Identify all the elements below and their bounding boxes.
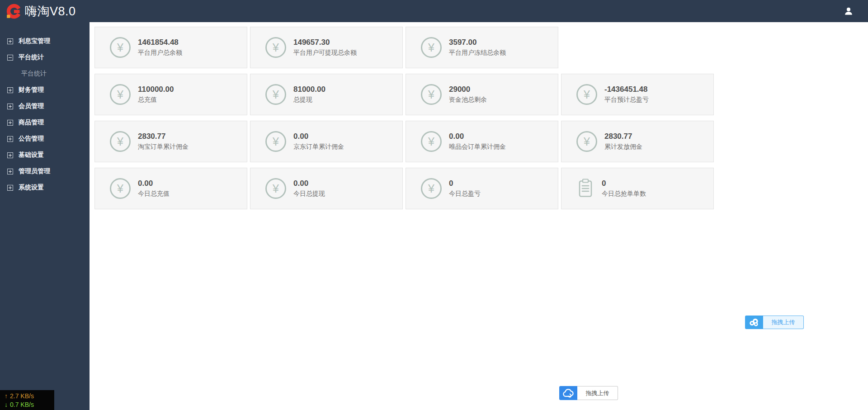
yuan-icon: ¥ [265,84,286,105]
app-title: 嗨淘V8.0 [25,3,76,19]
yuan-symbol: ¥ [273,183,279,194]
stat-value: 0.00 [449,132,506,141]
stat-card: ¥ 0今日总盈亏 [406,168,558,209]
yuan-symbol: ¥ [117,136,123,147]
clipboard-icon [576,178,594,199]
stat-row-3: ¥ 2830.77淘宝订单累计佣金 ¥ 0.00京东订单累计佣金 ¥ 0.00唯… [94,121,714,162]
expand-plus-icon[interactable] [7,136,13,142]
collapse-minus-icon[interactable] [7,55,13,61]
yuan-icon: ¥ [110,37,131,58]
yuan-icon: ¥ [265,178,286,199]
sidebar-item-lixibao[interactable]: 利息宝管理 [0,33,90,49]
stat-card: ¥ 110000.00总充值 [94,74,247,115]
stat-label: 资金池总剩余 [449,96,487,104]
yuan-icon: ¥ [576,84,597,105]
netdisk-cloud-icon [745,316,763,329]
yuan-symbol: ¥ [273,42,279,53]
sidebar-item-label: 系统设置 [19,184,44,192]
stat-card: ¥ 81000.00总提现 [250,74,403,115]
expand-plus-icon[interactable] [7,169,13,174]
yuan-icon: ¥ [110,178,131,199]
stat-card: ¥ 0.00京东订单累计佣金 [250,121,403,162]
stat-label: 今日总提现 [293,190,325,198]
upload-speed: 2.7 KB/s [10,392,34,400]
yuan-symbol: ¥ [117,183,123,194]
yuan-icon: ¥ [576,131,597,152]
stat-card: ¥ 29000资金池总剩余 [406,74,558,115]
sidebar-item-finance[interactable]: 财务管理 [0,82,90,98]
stat-label: 累计发放佣金 [604,143,642,151]
app-logo: 嗨淘V8.0 [5,3,76,19]
sidebar-item-notices[interactable]: 公告管理 [0,131,90,147]
sidebar-item-label: 基础设置 [19,151,44,159]
yuan-symbol: ¥ [584,89,590,100]
stat-value: 149657.30 [293,38,357,47]
sidebar-item-label: 利息宝管理 [19,37,50,45]
stat-value: -1436451.48 [604,85,649,94]
stat-card: ¥ 2830.77淘宝订单累计佣金 [94,121,247,162]
expand-plus-icon[interactable] [7,120,13,126]
sidebar-item-goods[interactable]: 商品管理 [0,114,90,131]
stat-label: 京东订单累计佣金 [293,143,344,151]
expand-plus-icon[interactable] [7,87,13,93]
stat-row-1: ¥ 1461854.48平台用户总余额 ¥ 149657.30平台用户可提现总余… [94,27,714,68]
yuan-icon: ¥ [421,37,442,58]
stat-card: ¥ 0.00今日总提现 [250,168,403,209]
stat-value: 0 [602,179,646,188]
stat-label: 平台用户可提现总余额 [293,49,357,57]
sidebar-item-members[interactable]: 会员管理 [0,98,90,114]
stat-label: 今日总充值 [138,190,170,198]
sidebar-item-admins[interactable]: 管理员管理 [0,163,90,179]
stat-card: 0今日总抢单单数 [561,168,714,209]
stat-value: 110000.00 [138,85,174,94]
sidebar-item-system-settings[interactable]: 系统设置 [0,179,90,196]
stat-value: 81000.00 [293,85,326,94]
stat-label: 总提现 [293,96,326,104]
yuan-icon: ¥ [421,131,442,152]
yuan-icon: ¥ [421,84,442,105]
sidebar-subitem-platform-stats[interactable]: 平台统计 [0,66,90,82]
download-arrow-icon: ↓ [5,401,8,408]
stat-value: 2830.77 [604,132,642,141]
sidebar-item-basic-settings[interactable]: 基础设置 [0,147,90,163]
stat-card: ¥ 3597.00平台用户冻结总余额 [406,27,558,68]
stat-label: 唯品会订单累计佣金 [449,143,506,151]
stat-value: 0.00 [293,132,344,141]
expand-plus-icon[interactable] [7,152,13,158]
sidebar-menu: 利息宝管理 平台统计 平台统计 财务管理 会员管理 商品管理 公告管理 基础设置 [0,22,90,196]
expand-plus-icon[interactable] [7,104,13,109]
user-icon[interactable] [843,5,854,17]
drag-upload-button[interactable]: 拖拽上传 [763,316,804,329]
stat-card: ¥ 0.00唯品会订单累计佣金 [406,121,558,162]
stat-label: 淘宝订单累计佣金 [138,143,189,151]
upload-arrow-icon: ↑ [5,392,8,400]
stat-label: 平台用户总余额 [138,49,182,57]
yuan-icon: ¥ [421,178,442,199]
drag-upload-button[interactable]: 拖拽上传 [577,386,618,400]
stat-label: 平台用户冻结总余额 [449,49,506,57]
yuan-symbol: ¥ [273,136,279,147]
logo-g-icon [5,3,22,19]
sidebar-item-label: 会员管理 [19,102,44,110]
yuan-symbol: ¥ [584,136,590,147]
sidebar-item-label: 公告管理 [19,135,44,143]
yuan-icon: ¥ [110,84,131,105]
network-speed-box: ↑ 2.7 KB/s ↓ 0.7 KB/s [0,390,54,410]
sidebar-item-platform-stats[interactable]: 平台统计 [0,49,90,66]
yuan-symbol: ¥ [428,183,434,194]
stat-label: 平台预计总盈亏 [604,96,649,104]
expand-plus-icon[interactable] [7,185,13,191]
yuan-symbol: ¥ [117,42,123,53]
sidebar-subitem-label: 平台统计 [21,70,47,78]
stat-label: 总充值 [138,96,174,104]
sidebar-item-label: 平台统计 [19,53,44,61]
stat-card: ¥ 0.00今日总充值 [94,168,247,209]
stat-card: ¥ 2830.77累计发放佣金 [561,121,714,162]
stat-value: 0.00 [138,179,170,188]
expand-plus-icon[interactable] [7,38,13,44]
stats-panel: ¥ 1461854.48平台用户总余额 ¥ 149657.30平台用户可提现总余… [94,27,714,215]
stat-label: 今日总盈亏 [449,190,481,198]
yuan-symbol: ¥ [428,42,434,53]
stat-label: 今日总抢单单数 [602,190,646,198]
stat-value: 0.00 [293,179,325,188]
